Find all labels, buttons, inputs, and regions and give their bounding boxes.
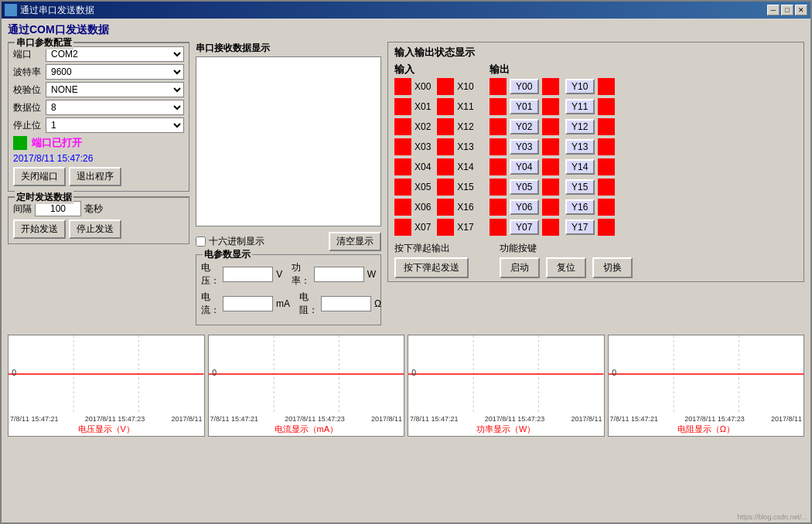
output-btn-y17[interactable]: Y17	[565, 219, 595, 235]
current-chart-label: 电流显示（mA）	[209, 423, 404, 436]
output-btn-y14[interactable]: Y14	[565, 159, 595, 175]
output-btn-y16[interactable]: Y16	[565, 199, 595, 215]
timed-send-label: 定时发送数据	[15, 191, 73, 204]
recv-label: 串口接收数据显示	[196, 42, 381, 55]
output-btn-y06[interactable]: Y06	[510, 199, 539, 215]
current-input[interactable]	[223, 296, 273, 311]
recv-textarea[interactable]	[196, 56, 381, 226]
switch-button[interactable]: 切换	[592, 257, 633, 278]
press-section: 按下弹起输出 按下弹起发送	[394, 242, 469, 278]
elec-label: 电参数显示	[203, 248, 252, 261]
output-cols: Y00 Y01 Y02 Y03 Y04 Y05 Y06 Y07	[490, 78, 615, 237]
output-title: 输出	[490, 63, 615, 77]
input-label-x14: X14	[457, 162, 473, 172]
output-col-2: Y10 Y11 Y12 Y13 Y14 Y15 Y16 Y17	[565, 78, 615, 237]
input-label-x07: X07	[415, 222, 431, 233]
baud-label: 波特率	[13, 66, 46, 79]
data-select[interactable]: 87	[46, 100, 184, 115]
serial-config-label: 串口参数配置	[15, 36, 73, 49]
stop-row: 停止位 12	[13, 117, 184, 133]
power-label: 功率：	[292, 261, 310, 288]
left-panel: 串口参数配置 端口 COM2COM1COM3 波特率 9600192003840…	[8, 42, 189, 330]
output-btn-y01[interactable]: Y01	[510, 99, 539, 114]
input-led-x13	[437, 138, 454, 155]
minimize-button[interactable]: ─	[767, 5, 780, 15]
output-btn-y00[interactable]: Y00	[510, 79, 539, 94]
close-button[interactable]: ✕	[795, 5, 807, 15]
baud-row: 波特率 96001920038400115200	[13, 64, 184, 80]
window-icon	[5, 4, 17, 16]
start-send-button[interactable]: 开始发送	[13, 219, 66, 239]
reset-button[interactable]: 复位	[546, 257, 586, 278]
list-item: X03	[394, 138, 431, 155]
input-label-x10: X10	[457, 81, 473, 92]
output-btn-y10[interactable]: Y10	[565, 79, 595, 94]
voltage-label: 电压：	[201, 261, 220, 288]
input-label-x00: X00	[415, 81, 431, 92]
unit-label: 毫秒	[84, 202, 103, 216]
input-label-x03: X03	[415, 141, 431, 152]
output-led2-y03	[542, 138, 559, 155]
charts-row: 0 7/8/11 15:47:21 2017/8/11 15:47:23 201…	[8, 335, 804, 437]
data-label: 数据位	[13, 101, 46, 114]
resistance-input[interactable]	[321, 296, 371, 311]
current-chart: 0 7/8/11 15:47:21 2017/8/11 15:47:23 201…	[208, 335, 405, 437]
check-row: 校验位 NONEODDEVEN	[13, 82, 184, 97]
output-led2-y06	[542, 199, 559, 216]
baud-select[interactable]: 96001920038400115200	[46, 64, 184, 80]
output-btn-y05[interactable]: Y05	[510, 179, 539, 195]
power-unit: W	[367, 269, 376, 280]
press-send-button[interactable]: 按下弹起发送	[394, 257, 469, 278]
voltage-input[interactable]	[223, 267, 273, 282]
voltage-row: 电压： V 功率： W	[201, 261, 376, 288]
input-led-x11	[437, 98, 454, 115]
hex-label: 十六进制显示	[209, 235, 264, 248]
input-label-x04: X04	[415, 162, 431, 172]
list-item: Y17	[565, 219, 615, 236]
power-xaxis: 7/8/11 15:47:21 2017/8/11 15:47:23 2017/…	[408, 415, 604, 423]
list-item: Y10	[565, 78, 615, 95]
output-btn-y11[interactable]: Y11	[565, 99, 595, 114]
input-label-x06: X06	[415, 202, 431, 213]
output-btn-y15[interactable]: Y15	[565, 179, 595, 195]
start-button[interactable]: 启动	[500, 257, 540, 278]
output-led2-y04	[542, 158, 559, 175]
exit-program-button[interactable]: 退出程序	[69, 167, 121, 186]
clear-display-button[interactable]: 清空显示	[329, 232, 381, 251]
output-col-1: Y00 Y01 Y02 Y03 Y04 Y05 Y06 Y07	[490, 78, 559, 237]
voltage-xaxis: 7/8/11 15:47:21 2017/8/11 15:47:23 2017/…	[9, 415, 204, 423]
output-btn-y13[interactable]: Y13	[565, 139, 595, 155]
power-input[interactable]	[314, 267, 364, 282]
output-led-y14	[598, 158, 615, 175]
close-port-button[interactable]: 关闭端口	[13, 167, 66, 186]
input-label-x01: X01	[415, 101, 431, 112]
output-led-y01	[490, 98, 507, 115]
maximize-button[interactable]: □	[781, 5, 793, 15]
list-item: X11	[437, 98, 473, 115]
output-btn-y04[interactable]: Y04	[510, 159, 539, 175]
input-label-x05: X05	[415, 182, 431, 192]
resistance-chart: 0 7/8/11 15:47:21 2017/8/11 15:47:23 201…	[608, 335, 805, 437]
power-chart-svg: 0	[408, 335, 604, 413]
input-led-x05	[394, 179, 411, 196]
input-led-x10	[437, 78, 454, 95]
current-unit: mA	[276, 298, 290, 309]
output-btn-y02[interactable]: Y02	[510, 119, 539, 134]
hex-checkbox[interactable]	[196, 236, 206, 247]
stop-select[interactable]: 12	[46, 117, 184, 133]
check-select[interactable]: NONEODDEVEN	[46, 82, 184, 97]
list-item: Y11	[565, 98, 615, 115]
stop-send-button[interactable]: 停止发送	[69, 219, 121, 239]
main-layout: 串口参数配置 端口 COM2COM1COM3 波特率 9600192003840…	[8, 42, 804, 330]
input-led-x06	[394, 199, 411, 216]
output-btn-y03[interactable]: Y03	[510, 139, 539, 155]
output-btn-y12[interactable]: Y12	[565, 119, 595, 134]
list-item: X01	[394, 98, 431, 115]
output-led2-y00	[542, 78, 559, 95]
list-item: X10	[437, 78, 473, 95]
list-item: X05	[394, 179, 431, 196]
output-btn-y07[interactable]: Y07	[510, 219, 539, 235]
input-led-x00	[394, 78, 411, 95]
press-section-label: 按下弹起输出	[394, 242, 469, 255]
resistance-chart-svg: 0	[609, 335, 804, 413]
